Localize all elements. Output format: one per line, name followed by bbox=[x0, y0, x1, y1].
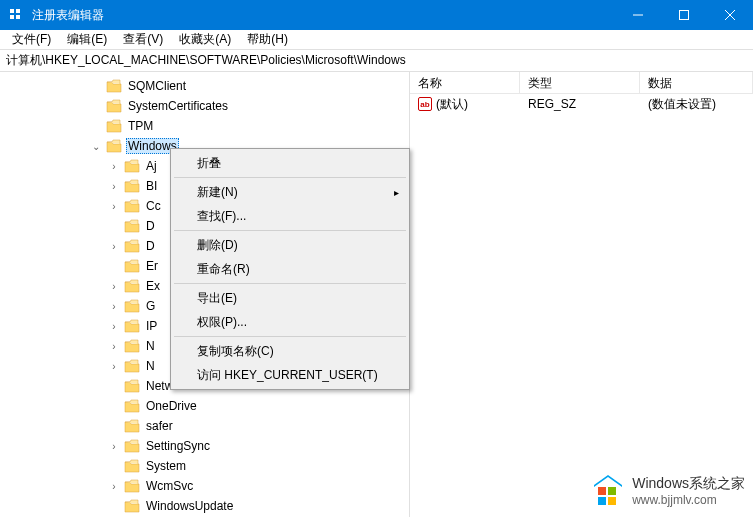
menubar: 文件(F) 编辑(E) 查看(V) 收藏夹(A) 帮助(H) bbox=[0, 30, 753, 50]
svg-rect-3 bbox=[16, 15, 20, 19]
chevron-right-icon[interactable]: › bbox=[108, 240, 120, 252]
folder-icon bbox=[124, 399, 140, 413]
svg-rect-9 bbox=[598, 487, 606, 495]
chevron-right-icon[interactable]: › bbox=[108, 160, 120, 172]
chevron-right-icon[interactable]: › bbox=[108, 440, 120, 452]
tree-label: G bbox=[144, 298, 157, 314]
tree-label: SettingSync bbox=[144, 438, 212, 454]
tree-item[interactable]: SQMClient bbox=[0, 76, 409, 96]
tree-label: BI bbox=[144, 178, 159, 194]
folder-icon bbox=[124, 379, 140, 393]
tree-item[interactable]: ›WcmSvc bbox=[0, 476, 409, 496]
menu-favorites[interactable]: 收藏夹(A) bbox=[171, 29, 239, 50]
svg-rect-10 bbox=[608, 487, 616, 495]
tree-item[interactable]: TPM bbox=[0, 116, 409, 136]
watermark: Windows系统之家 www.bjjmlv.com bbox=[590, 473, 745, 509]
svg-rect-0 bbox=[10, 9, 14, 13]
addressbar[interactable]: 计算机\HKEY_LOCAL_MACHINE\SOFTWARE\Policies… bbox=[0, 50, 753, 72]
folder-icon bbox=[124, 479, 140, 493]
folder-icon bbox=[124, 279, 140, 293]
chevron-right-icon[interactable]: › bbox=[108, 340, 120, 352]
tree-label: D bbox=[144, 218, 157, 234]
ctx-goto[interactable]: 访问 HKEY_CURRENT_USER(T) bbox=[173, 363, 407, 387]
ctx-rename[interactable]: 重命名(R) bbox=[173, 257, 407, 281]
chevron-right-icon[interactable]: › bbox=[108, 180, 120, 192]
tree-label: Cc bbox=[144, 198, 163, 214]
tree-label: IP bbox=[144, 318, 159, 334]
col-type[interactable]: 类型 bbox=[520, 72, 640, 93]
menu-view[interactable]: 查看(V) bbox=[115, 29, 171, 50]
chevron-right-icon[interactable]: › bbox=[108, 360, 120, 372]
list-row[interactable]: ab(默认)REG_SZ(数值未设置) bbox=[410, 94, 753, 114]
close-button[interactable] bbox=[707, 0, 753, 30]
menu-help[interactable]: 帮助(H) bbox=[239, 29, 296, 50]
tree-item[interactable]: WindowsUpdate bbox=[0, 496, 409, 516]
watermark-title: Windows系统之家 bbox=[632, 475, 745, 493]
folder-icon bbox=[106, 99, 122, 113]
tree-label: System bbox=[144, 458, 188, 474]
cell-data: (数值未设置) bbox=[640, 94, 753, 115]
list-header: 名称 类型 数据 bbox=[410, 72, 753, 94]
context-menu: 折叠 新建(N)▸ 查找(F)... 删除(D) 重命名(R) 导出(E) 权限… bbox=[170, 148, 410, 390]
expander-placeholder bbox=[108, 220, 120, 232]
expander-placeholder bbox=[108, 500, 120, 512]
col-name[interactable]: 名称 bbox=[410, 72, 520, 93]
tree-item[interactable]: OneDrive bbox=[0, 396, 409, 416]
menu-file[interactable]: 文件(F) bbox=[4, 29, 59, 50]
expander-placeholder bbox=[108, 420, 120, 432]
cell-type: REG_SZ bbox=[520, 95, 640, 113]
tree-item[interactable]: ›SettingSync bbox=[0, 436, 409, 456]
chevron-right-icon: ▸ bbox=[394, 187, 399, 198]
folder-icon bbox=[124, 419, 140, 433]
expander-placeholder bbox=[108, 400, 120, 412]
folder-icon bbox=[124, 239, 140, 253]
svg-rect-2 bbox=[10, 15, 14, 19]
menu-edit[interactable]: 编辑(E) bbox=[59, 29, 115, 50]
ctx-collapse[interactable]: 折叠 bbox=[173, 151, 407, 175]
ctx-copykey[interactable]: 复制项名称(C) bbox=[173, 339, 407, 363]
ctx-export[interactable]: 导出(E) bbox=[173, 286, 407, 310]
tree-item[interactable]: safer bbox=[0, 416, 409, 436]
chevron-right-icon[interactable]: › bbox=[108, 200, 120, 212]
svg-rect-11 bbox=[598, 497, 606, 505]
ctx-new[interactable]: 新建(N)▸ bbox=[173, 180, 407, 204]
ctx-separator bbox=[174, 336, 406, 337]
ctx-separator bbox=[174, 177, 406, 178]
folder-icon bbox=[124, 359, 140, 373]
svg-marker-8 bbox=[594, 475, 622, 487]
chevron-right-icon[interactable]: › bbox=[108, 280, 120, 292]
tree-label: N bbox=[144, 358, 157, 374]
folder-icon bbox=[124, 319, 140, 333]
folder-icon bbox=[106, 119, 122, 133]
tree-label: TPM bbox=[126, 118, 155, 134]
col-data[interactable]: 数据 bbox=[640, 72, 753, 93]
chevron-down-icon[interactable]: ⌄ bbox=[90, 140, 102, 152]
ctx-find[interactable]: 查找(F)... bbox=[173, 204, 407, 228]
tree-item[interactable]: System bbox=[0, 456, 409, 476]
minimize-button[interactable] bbox=[615, 0, 661, 30]
cell-name: ab(默认) bbox=[410, 94, 520, 115]
svg-rect-1 bbox=[16, 9, 20, 13]
tree-label: SystemCertificates bbox=[126, 98, 230, 114]
tree-label: OneDrive bbox=[144, 398, 199, 414]
chevron-right-icon[interactable]: › bbox=[108, 300, 120, 312]
svg-rect-5 bbox=[680, 11, 689, 20]
ctx-separator bbox=[174, 230, 406, 231]
string-value-icon: ab bbox=[418, 97, 432, 111]
maximize-button[interactable] bbox=[661, 0, 707, 30]
tree-item[interactable]: SystemCertificates bbox=[0, 96, 409, 116]
tree-label: WindowsUpdate bbox=[144, 498, 235, 514]
expander-placeholder bbox=[90, 80, 102, 92]
chevron-right-icon[interactable]: › bbox=[108, 320, 120, 332]
ctx-delete[interactable]: 删除(D) bbox=[173, 233, 407, 257]
window-title: 注册表编辑器 bbox=[32, 7, 615, 24]
folder-icon bbox=[124, 199, 140, 213]
chevron-right-icon[interactable]: › bbox=[108, 480, 120, 492]
tree-label: N bbox=[144, 338, 157, 354]
ctx-separator bbox=[174, 283, 406, 284]
tree-label: D bbox=[144, 238, 157, 254]
ctx-permissions[interactable]: 权限(P)... bbox=[173, 310, 407, 334]
list-panel[interactable]: 名称 类型 数据 ab(默认)REG_SZ(数值未设置) bbox=[410, 72, 753, 517]
folder-icon bbox=[124, 439, 140, 453]
folder-icon bbox=[124, 459, 140, 473]
